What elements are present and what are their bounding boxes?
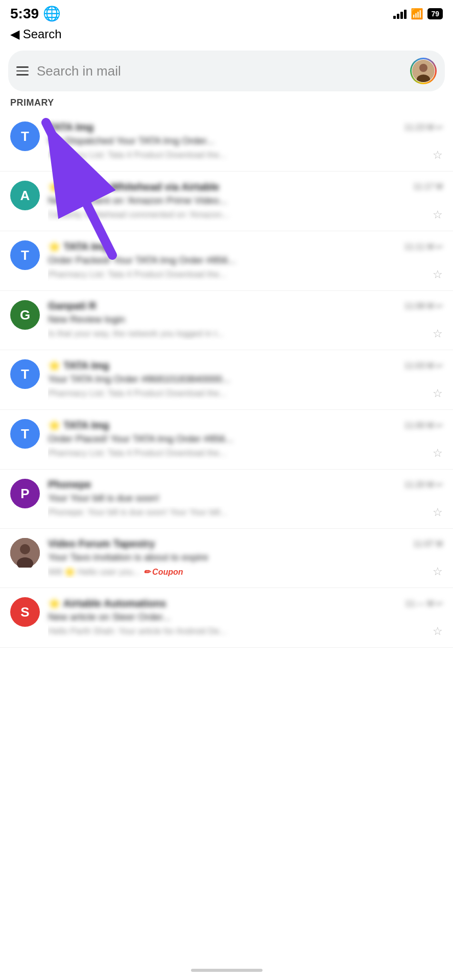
- signal-bar-4: [404, 10, 407, 19]
- search-input[interactable]: Search in mail: [37, 63, 402, 79]
- email-item[interactable]: T ⭐ TATA Img 11:00 M ↩ Order Placed! You…: [0, 410, 453, 470]
- email-time: 11:— M ↩: [406, 599, 443, 608]
- sender-avatar: A: [10, 181, 40, 210]
- email-subject: Order Packed! Your TATA Img Order #856..…: [48, 255, 443, 266]
- signal-bar-1: [393, 16, 396, 19]
- star-icon[interactable]: ☆: [433, 208, 443, 222]
- email-time: 11:03 M ↩: [404, 361, 443, 371]
- battery-indicator: 79: [427, 8, 443, 19]
- email-subject: Your TATA Img Order #86810183840000...: [48, 374, 443, 385]
- signal-bar-2: [397, 14, 399, 19]
- email-preview: Pharmacy List: Tata 4 Product Download t…: [48, 447, 443, 460]
- email-subject: New comment on 'Amazon Prime Video...: [48, 195, 443, 206]
- email-body: Phonepe 11:20 M ↩ Your Your bill is due …: [48, 479, 443, 519]
- signal-bar-3: [400, 12, 403, 19]
- email-preview: Pharmacy List: Tata 4 Product Download t…: [48, 149, 443, 162]
- sender-name: ⭐ Airtable Automations: [48, 597, 166, 609]
- email-time: 11:17 M: [413, 182, 443, 191]
- time-text: 5:39: [10, 6, 39, 22]
- email-body: ⭐ Celebrity Whitehead via Airtable 11:17…: [48, 181, 443, 222]
- avatar-image: [412, 60, 435, 82]
- email-preview: Pharmacy List: Tata 4 Product Download t…: [48, 387, 443, 400]
- email-preview: Celebrity Whitehead commented on 'Amazon…: [48, 208, 443, 222]
- email-item[interactable]: T ⭐ TATA Img 11:11 M ↩ Order Packed! You…: [0, 231, 453, 291]
- back-nav[interactable]: ◀ Search: [0, 25, 453, 46]
- hamburger-line-2: [16, 70, 29, 72]
- star-icon[interactable]: ☆: [433, 625, 443, 638]
- hamburger-menu-icon[interactable]: [16, 66, 29, 76]
- sender-name: Phonepe: [48, 479, 91, 491]
- wifi-icon: 📶: [411, 8, 423, 20]
- email-subject: Your Tavo invitation is about to expire: [48, 552, 443, 563]
- sender-avatar: G: [10, 300, 40, 330]
- email-time: 11:08 M ↩: [404, 301, 443, 311]
- email-header: Phonepe 11:20 M ↩: [48, 479, 443, 491]
- email-item[interactable]: S ⭐ Airtable Automations 11:— M ↩ New ar…: [0, 588, 453, 648]
- star-icon[interactable]: ☆: [433, 327, 443, 340]
- coupon-brand: ✏ Coupon: [144, 567, 183, 577]
- email-subject: New article on Steer Order...: [48, 611, 443, 623]
- email-time: 11:23 M ↩: [404, 122, 443, 132]
- email-header: Ganpati R 11:08 M ↩: [48, 300, 443, 312]
- email-header: ⭐ Airtable Automations 11:— M ↩: [48, 597, 443, 609]
- email-subject: New Review login: [48, 314, 443, 325]
- email-time: 11:07 M: [413, 540, 443, 549]
- email-body: ⭐ TATA Img 11:11 M ↩ Order Packed! Your …: [48, 240, 443, 281]
- star-icon[interactable]: ☆: [433, 149, 443, 162]
- email-list: T TATA Img 11:23 M ↩ We Dispatched Your …: [0, 112, 453, 648]
- email-item[interactable]: G Ganpati R 11:08 M ↩ New Review login I…: [0, 291, 453, 350]
- email-header: ⭐ TATA Img 11:03 M ↩: [48, 359, 443, 372]
- sender-avatar: [10, 538, 40, 568]
- email-item[interactable]: P Phonepe 11:20 M ↩ Your Your bill is du…: [0, 470, 453, 529]
- svg-point-3: [419, 64, 427, 72]
- sender-name: ⭐ TATA Img: [48, 359, 109, 372]
- email-subject: Order Placed! Your TATA Img Order #856..…: [48, 433, 443, 445]
- email-body: Ganpati R 11:08 M ↩ New Review login Is …: [48, 300, 443, 340]
- email-preview: Will 🌟 Hello user you... ✏ Coupon ☆: [48, 565, 443, 578]
- globe-icon: 🌐: [43, 5, 61, 22]
- email-body: TATA Img 11:23 M ↩ We Dispatched Your TA…: [48, 121, 443, 162]
- email-subject: We Dispatched Your TATA Img Order...: [48, 135, 443, 146]
- hamburger-line-3: [16, 74, 29, 76]
- email-preview: Pharmacy List: Tata 4 Product Download t…: [48, 268, 443, 281]
- email-body: ⭐ TATA Img 11:00 M ↩ Order Placed! Your …: [48, 419, 443, 460]
- sender-avatar: P: [10, 479, 40, 508]
- email-time: 11:20 M ↩: [404, 480, 443, 489]
- user-avatar[interactable]: [410, 58, 437, 84]
- signal-bars: [393, 9, 407, 19]
- email-body: ⭐ TATA Img 11:03 M ↩ Your TATA Img Order…: [48, 359, 443, 400]
- sender-avatar: T: [10, 240, 40, 270]
- email-header: ⭐ TATA Img 11:11 M ↩: [48, 240, 443, 253]
- email-item[interactable]: T TATA Img 11:23 M ↩ We Dispatched Your …: [0, 112, 453, 172]
- sender-name: Ganpati R: [48, 300, 96, 312]
- email-item[interactable]: Video Forum Tapestry 11:07 M Your Tavo i…: [0, 529, 453, 588]
- email-header: ⭐ Celebrity Whitehead via Airtable 11:17…: [48, 181, 443, 193]
- sender-name: TATA Img: [48, 121, 93, 133]
- star-icon[interactable]: ☆: [433, 268, 443, 281]
- section-label: PRIMARY: [0, 97, 453, 112]
- status-icons: 📶 79: [393, 8, 443, 20]
- star-icon[interactable]: ☆: [433, 447, 443, 460]
- sender-avatar: T: [10, 121, 40, 151]
- email-header: Video Forum Tapestry 11:07 M: [48, 538, 443, 550]
- sender-name: ⭐ TATA Img: [48, 419, 109, 431]
- email-item[interactable]: T ⭐ TATA Img 11:03 M ↩ Your TATA Img Ord…: [0, 350, 453, 410]
- search-bar[interactable]: Search in mail: [8, 51, 445, 91]
- sender-name: ⭐ Celebrity Whitehead via Airtable: [48, 181, 219, 193]
- email-preview: Phonepe: Your bill is due soon! Your You…: [48, 506, 443, 519]
- star-icon[interactable]: ☆: [433, 387, 443, 400]
- email-subject: Your Your bill is due soon!: [48, 493, 443, 504]
- back-link[interactable]: ◀ Search: [10, 27, 443, 41]
- hamburger-line-1: [16, 66, 29, 68]
- sender-avatar: S: [10, 597, 40, 627]
- email-header: ⭐ TATA Img 11:00 M ↩: [48, 419, 443, 431]
- home-indicator: [191, 969, 263, 972]
- star-icon[interactable]: ☆: [433, 565, 443, 578]
- svg-point-6: [20, 544, 30, 554]
- email-item[interactable]: A ⭐ Celebrity Whitehead via Airtable 11:…: [0, 172, 453, 231]
- email-preview: Hello Parth Shah: Your article for Andro…: [48, 625, 443, 638]
- battery-text: 79: [431, 10, 439, 18]
- sender-name: Video Forum Tapestry: [48, 538, 155, 550]
- sender-name: ⭐ TATA Img: [48, 240, 109, 253]
- star-icon[interactable]: ☆: [433, 506, 443, 519]
